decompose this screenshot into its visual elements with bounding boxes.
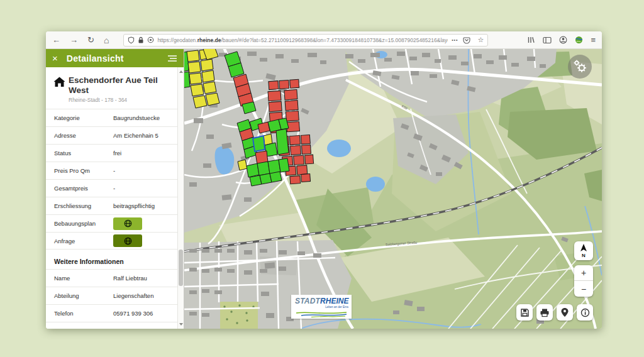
detail-row-abteilung: Abteilung Liegenschaften xyxy=(46,287,177,304)
bookmark-star-icon[interactable]: ☆ xyxy=(478,36,484,44)
globe-icon xyxy=(124,219,132,228)
detail-row-status: Status frei xyxy=(46,144,177,162)
row-value: Ralf Liebtrau xyxy=(113,275,177,282)
page-actions-icon[interactable]: ••• xyxy=(452,38,458,42)
scrollbar-thumb[interactable] xyxy=(179,250,183,286)
row-value: 05971 939 306 xyxy=(113,310,177,317)
row-value: - xyxy=(113,167,177,174)
logo-rheine: RHEINE xyxy=(320,297,348,305)
scroll-up-icon[interactable] xyxy=(179,70,183,73)
info-icon xyxy=(580,308,590,317)
logo-tagline: Leben an der Ems xyxy=(295,305,348,309)
printer-icon xyxy=(540,308,550,317)
detail-row-anfrage: Anfrage xyxy=(46,232,177,250)
extension-globe-icon[interactable] xyxy=(575,36,583,44)
compass-button[interactable]: N xyxy=(574,241,593,260)
save-button[interactable] xyxy=(516,304,533,321)
detail-panel-header: × Detailansicht xyxy=(46,49,184,67)
detail-row-gesamtpreis: Gesamtpreis - xyxy=(46,179,177,197)
row-value: - xyxy=(113,185,177,192)
locate-button[interactable] xyxy=(557,304,573,321)
back-icon[interactable]: ← xyxy=(52,36,60,44)
zoom-in-button[interactable]: + xyxy=(574,265,593,281)
anfrage-button[interactable] xyxy=(113,234,142,247)
logo-stadt: STADT xyxy=(295,297,320,305)
account-icon[interactable] xyxy=(559,36,567,44)
shield-icon[interactable] xyxy=(128,36,135,44)
section-heading: Weitere Informationen xyxy=(46,250,177,269)
row-label: Status xyxy=(54,150,113,157)
scroll-down-icon[interactable] xyxy=(179,323,183,326)
detail-row-email: E-Mail ralf.liebtrau@rheine.de xyxy=(46,322,177,329)
panel-title: Detailansicht xyxy=(67,53,124,63)
map-park xyxy=(220,302,258,329)
reload-icon[interactable]: ↻ xyxy=(87,36,94,44)
object-subtitle: Rheine-Stadt - 178 - 364 xyxy=(69,97,174,103)
browser-window: ← → ↻ ⌂ https://geodaten.rheine.de/bauen… xyxy=(46,31,602,329)
url-bar[interactable]: https://geodaten.rheine.de/bauen/#/de?la… xyxy=(123,34,488,47)
globe-icon xyxy=(124,237,132,245)
layer-list-icon[interactable] xyxy=(167,55,177,62)
panel-scrollbar[interactable] xyxy=(177,67,184,329)
stadt-rheine-logo: STADTRHEINE Leben an der Ems xyxy=(291,295,352,319)
email-link[interactable]: ralf.liebtrau@rheine.de xyxy=(113,327,177,329)
row-label: Name xyxy=(54,275,113,282)
detail-panel-body: Eschendorfer Aue Teil West Rheine-Stadt … xyxy=(46,67,184,329)
logo-waves-icon xyxy=(295,311,348,317)
detail-row-adresse: Adresse Am Eichenhain 5 xyxy=(46,126,177,144)
gears-icon xyxy=(572,58,588,75)
zoom-controls: + − xyxy=(574,265,593,297)
forward-icon[interactable]: → xyxy=(70,36,78,44)
north-arrow-icon: N xyxy=(577,243,591,258)
row-label: Erschliessung xyxy=(54,202,113,209)
browser-toolbar: ← → ↻ ⌂ https://geodaten.rheine.de/bauen… xyxy=(46,31,602,49)
row-value: Baugrundstuecke xyxy=(113,114,177,121)
info-button[interactable] xyxy=(577,304,593,321)
detail-panel: × Detailansicht Eschendorfer Au xyxy=(46,49,184,329)
close-icon[interactable]: × xyxy=(52,53,58,63)
row-value: frei xyxy=(113,150,177,157)
save-icon xyxy=(520,308,530,317)
detail-row-erschliessung: Erschliessung beitragspflichtig xyxy=(46,197,177,214)
map-toolbar xyxy=(516,304,593,321)
row-value: beitragspflichtig xyxy=(113,202,177,209)
hamburger-menu-icon[interactable]: ≡ xyxy=(591,35,596,45)
sidebar-icon[interactable] xyxy=(543,36,552,44)
detail-row-telefon: Telefon 05971 939 306 xyxy=(46,304,177,322)
library-icon[interactable] xyxy=(527,36,535,44)
map-view[interactable]: K88 Salzbergener Straße xyxy=(184,49,602,329)
row-label: Gesamtpreis xyxy=(54,185,113,192)
home-icon[interactable]: ⌂ xyxy=(104,36,109,45)
detail-row-name: Name Ralf Liebtrau xyxy=(46,269,177,287)
zoom-out-button[interactable]: − xyxy=(574,281,593,297)
map-settings-button[interactable] xyxy=(568,55,592,79)
row-label: Telefon xyxy=(54,310,113,317)
map-pin-icon xyxy=(560,307,569,317)
pocket-icon[interactable] xyxy=(463,36,470,44)
lock-icon[interactable] xyxy=(138,36,144,44)
permissions-icon[interactable] xyxy=(147,36,154,43)
object-title: Eschendorfer Aue Teil West xyxy=(69,75,174,95)
row-label: Kategorie xyxy=(54,114,113,121)
url-text: https://geodaten.rheine.de/bauen/#/de?la… xyxy=(157,37,448,43)
detail-row-bebauungsplan: Bebauungsplan xyxy=(46,214,177,232)
print-button[interactable] xyxy=(536,304,553,321)
detail-row-preis-qm: Preis Pro Qm - xyxy=(46,162,177,179)
row-value: Am Eichenhain 5 xyxy=(113,132,177,139)
row-value: Liegenschaften xyxy=(113,292,177,299)
row-label: Adresse xyxy=(54,132,113,139)
row-label: E-Mail xyxy=(54,327,113,329)
row-label: Preis Pro Qm xyxy=(54,167,113,174)
svg-text:N: N xyxy=(582,253,586,258)
selected-parcel[interactable] xyxy=(253,136,265,151)
row-label: Bebauungsplan xyxy=(54,220,113,227)
row-label: Abteilung xyxy=(54,292,113,299)
house-icon xyxy=(53,75,69,90)
detail-row-kategorie: Kategorie Baugrundstuecke xyxy=(46,109,177,126)
map-svg[interactable]: K88 Salzbergener Straße xyxy=(184,49,602,329)
row-label: Anfrage xyxy=(54,238,113,244)
bebauungsplan-button[interactable] xyxy=(113,217,142,230)
